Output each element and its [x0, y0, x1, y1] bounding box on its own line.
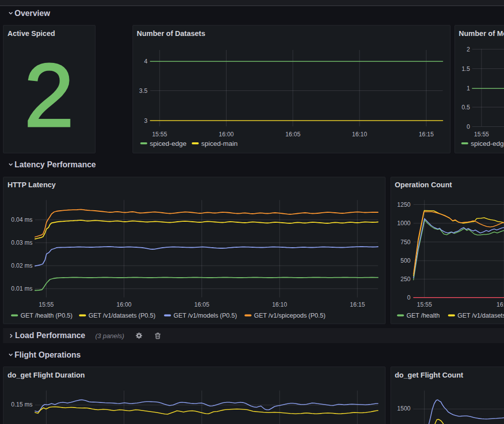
svg-text:3: 3	[144, 117, 148, 124]
svg-text:0.04 ms: 0.04 ms	[11, 216, 32, 223]
svg-text:GET /health (P0.5): GET /health (P0.5)	[20, 312, 72, 319]
svg-text:16:15: 16:15	[418, 131, 434, 138]
svg-text:3.5: 3.5	[139, 87, 148, 94]
svg-text:0.5: 0.5	[462, 104, 470, 111]
svg-text:spiced-edge: spiced-edge	[150, 140, 186, 147]
svg-text:0.03 ms: 0.03 ms	[11, 239, 32, 246]
svg-text:750: 750	[400, 238, 410, 245]
svg-text:250: 250	[400, 276, 410, 283]
svg-text:16:05: 16:05	[285, 131, 300, 138]
svg-text:16:00: 16:00	[496, 301, 504, 308]
svg-text:GET /health: GET /health	[406, 312, 440, 319]
svg-text:4: 4	[144, 58, 148, 65]
svg-text:16:10: 16:10	[272, 301, 287, 308]
svg-text:1000: 1000	[397, 220, 410, 227]
svg-text:GET /v1/models (P0.5): GET /v1/models (P0.5)	[174, 312, 237, 319]
svg-text:0.15 ms: 0.15 ms	[11, 401, 32, 408]
svg-text:1250: 1250	[397, 201, 410, 208]
svg-text:0.01 ms: 0.01 ms	[11, 285, 32, 292]
svg-text:16:15: 16:15	[350, 301, 365, 308]
svg-text:spiced-main: spiced-main	[201, 140, 238, 147]
svg-text:16:00: 16:00	[218, 131, 234, 138]
svg-text:GET /v1/spicepods (P0.5): GET /v1/spicepods (P0.5)	[254, 312, 326, 319]
svg-text:2: 2	[466, 46, 470, 53]
svg-text:16:10: 16:10	[352, 131, 367, 138]
svg-text:16:05: 16:05	[194, 301, 210, 308]
svg-text:GET /v1/datasets (P0.5): GET /v1/datasets (P0.5)	[88, 312, 156, 319]
svg-text:0.02 ms: 0.02 ms	[11, 262, 32, 269]
svg-text:15:55: 15:55	[38, 301, 54, 308]
svg-text:15:55: 15:55	[152, 131, 167, 138]
svg-text:0: 0	[407, 294, 410, 301]
svg-text:15:55: 15:55	[416, 301, 432, 308]
svg-text:500: 500	[400, 257, 410, 264]
svg-text:1: 1	[466, 85, 470, 92]
svg-text:15:55: 15:55	[474, 131, 488, 138]
svg-text:0: 0	[466, 123, 470, 130]
svg-text:16:00: 16:00	[116, 301, 132, 308]
svg-text:1500: 1500	[397, 405, 410, 412]
svg-text:spiced-edge: spiced-edge	[470, 140, 504, 147]
svg-text:GET /v1/datasets (P0.5): GET /v1/datasets (P0.5)	[458, 312, 504, 319]
svg-text:1.5: 1.5	[462, 65, 470, 72]
